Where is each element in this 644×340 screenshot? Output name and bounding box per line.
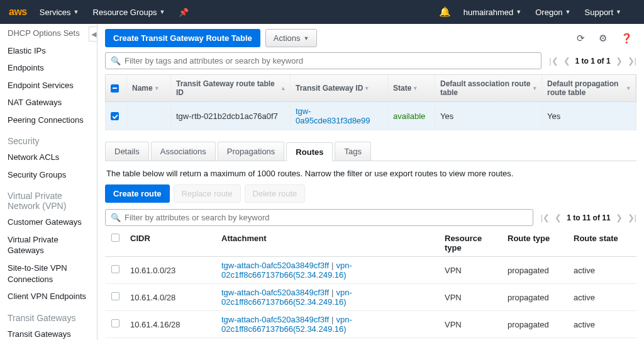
filter-input[interactable] <box>125 56 536 65</box>
filter-route-tables[interactable]: 🔍 <box>105 52 541 69</box>
pin-icon[interactable]: 📌 <box>179 8 189 17</box>
gear-icon[interactable]: ⚙ <box>596 30 609 47</box>
sidebar-group-vpn: Virtual Private Network (VPN) <box>0 183 97 213</box>
route-row[interactable]: 10.61.4.16/28tgw-attach-0afc520a3849cf3f… <box>105 311 636 338</box>
route-cidr: 10.61.0.0/23 <box>124 266 215 275</box>
route-cidr: 10.61.4.16/28 <box>124 320 215 329</box>
route-checkbox[interactable] <box>111 292 119 300</box>
sidebar-item[interactable]: Peering Connections <box>0 111 97 129</box>
sidebar-item[interactable]: Client VPN Endpoints <box>0 288 97 305</box>
attachment-link[interactable]: tgw-attach-0afc520a3849cf3ff <box>221 288 329 297</box>
route-resource-type: VPN <box>438 320 501 329</box>
chevron-down-icon: ▼ <box>159 9 165 15</box>
tab-associations[interactable]: Associations <box>151 142 216 161</box>
sidebar-item[interactable]: Endpoints <box>0 59 97 77</box>
delete-route-button: Delete route <box>245 184 306 203</box>
sidebar-group-tgw: Transit Gateways <box>0 305 97 326</box>
sort-icon[interactable]: ▾ <box>365 85 369 91</box>
route-table-header: Name▾ Transit Gateway route table ID▴ Tr… <box>105 74 636 102</box>
sidebar-item[interactable]: Elastic IPs <box>0 42 97 60</box>
chevron-down-icon: ▼ <box>616 9 621 15</box>
sidebar-item[interactable]: Site-to-Site VPN Connections <box>0 259 97 288</box>
select-all-routes-checkbox[interactable] <box>111 234 119 242</box>
route-type: propagated <box>501 266 567 275</box>
row-checkbox[interactable] <box>111 112 119 120</box>
routes-header: CIDR Attachment Resource type Route type… <box>105 230 636 257</box>
pager-prev-icon[interactable]: ❮ <box>555 213 562 222</box>
sidebar-item[interactable]: Security Groups <box>0 166 97 184</box>
route-type: propagated <box>501 293 567 302</box>
tgw-link[interactable]: tgw-0a95cde831f3d8e99 <box>296 106 382 125</box>
route-resource-type: VPN <box>438 293 501 302</box>
sidebar-item[interactable]: Customer Gateways <box>0 213 97 231</box>
pager-first-icon[interactable]: |❮ <box>541 213 550 222</box>
route-resource-type: VPN <box>438 266 501 275</box>
route-checkbox[interactable] <box>111 319 119 327</box>
route-row[interactable]: 10.61.4.0/28tgw-attach-0afc520a3849cf3ff… <box>105 284 636 311</box>
replace-route-button: Replace route <box>174 184 241 203</box>
route-type: propagated <box>501 320 567 329</box>
pager-last-icon[interactable]: ❯| <box>628 56 636 65</box>
sidebar: ◀ DHCP Options Sets Elastic IPsEndpoints… <box>0 24 97 340</box>
sidebar-item[interactable]: NAT Gateways <box>0 94 97 111</box>
pager-first-icon[interactable]: |❮ <box>549 56 558 65</box>
nav-services[interactable]: Services▼ <box>40 8 79 17</box>
attachment-link[interactable]: tgw-attach-0afc520a3849cf3ff <box>221 261 329 270</box>
filter-routes-input[interactable] <box>125 213 528 222</box>
nav-user[interactable]: humairahmed▼ <box>464 8 521 17</box>
tab-routes[interactable]: Routes <box>286 142 333 161</box>
pager-text: 1 to 11 of 11 <box>567 213 610 222</box>
sidebar-item[interactable]: Endpoint Services <box>0 77 97 94</box>
create-tgw-route-table-button[interactable]: Create Transit Gateway Route Table <box>105 29 260 47</box>
chevron-down-icon: ▼ <box>516 9 521 15</box>
pager-last-icon[interactable]: ❯| <box>628 213 636 222</box>
pager-route-tables: |❮ ❮ 1 to 1 of 1 ❯ ❯| <box>549 56 636 65</box>
top-nav: aws Services▼ Resource Groups▼ 📌 🔔 humai… <box>0 0 644 24</box>
route-state: active <box>567 266 630 275</box>
nav-resource-groups[interactable]: Resource Groups▼ <box>93 8 165 17</box>
route-row[interactable]: 10.61.0.0/23tgw-attach-0afc520a3849cf3ff… <box>105 257 636 284</box>
detail-tabs: Details Associations Propagations Routes… <box>105 142 636 161</box>
sidebar-item[interactable]: Network ACLs <box>0 149 97 166</box>
sort-icon[interactable]: ▾ <box>155 85 158 91</box>
route-state: active <box>567 293 630 302</box>
bell-icon[interactable]: 🔔 <box>439 6 451 18</box>
create-route-button[interactable]: Create route <box>105 184 170 203</box>
assoc-value: Yes <box>435 102 542 130</box>
pager-prev-icon[interactable]: ❮ <box>564 56 570 65</box>
nav-support[interactable]: Support▼ <box>585 8 621 17</box>
prop-value: Yes <box>542 102 636 130</box>
sidebar-item[interactable]: DHCP Options Sets <box>0 28 97 42</box>
sidebar-item[interactable]: Virtual Private Gateways <box>0 231 97 259</box>
sidebar-item[interactable]: Transit Gateways <box>0 326 97 340</box>
sort-icon[interactable]: ▾ <box>414 85 417 91</box>
sidebar-collapse-icon[interactable]: ◀ <box>89 26 97 42</box>
route-cidr: 10.61.4.0/28 <box>124 293 215 302</box>
pager-next-icon[interactable]: ❯ <box>616 56 623 65</box>
route-table-id: tgw-rtb-021b2dcb1ac76a0f7 <box>171 102 291 130</box>
search-icon: 🔍 <box>111 213 121 222</box>
select-all-checkbox[interactable] <box>111 84 119 93</box>
filter-routes[interactable]: 🔍 <box>105 209 533 226</box>
tab-propagations[interactable]: Propagations <box>218 142 285 161</box>
sort-icon[interactable]: ▾ <box>533 85 536 91</box>
actions-button[interactable]: Actions▼ <box>265 29 318 47</box>
sort-icon[interactable]: ▴ <box>282 85 285 91</box>
routes-note: The table below will return a maximum of… <box>105 161 636 184</box>
route-attachment: tgw-attach-0afc520a3849cf3ff|vpn-02c1ff8… <box>215 288 438 307</box>
chevron-down-icon: ▼ <box>74 9 79 15</box>
search-icon: 🔍 <box>111 56 121 65</box>
nav-region[interactable]: Oregon▼ <box>535 8 570 17</box>
sort-icon[interactable]: ▾ <box>627 85 630 91</box>
route-checkbox[interactable] <box>111 265 119 273</box>
sidebar-group-security: Security <box>0 128 97 149</box>
help-icon[interactable]: ❓ <box>618 30 635 47</box>
attachment-link[interactable]: tgw-attach-0afc520a3849cf3ff <box>221 315 329 324</box>
tab-details[interactable]: Details <box>105 142 149 161</box>
pager-next-icon[interactable]: ❯ <box>616 213 623 222</box>
tab-tags[interactable]: Tags <box>335 142 370 161</box>
route-table-row[interactable]: tgw-rtb-021b2dcb1ac76a0f7 tgw-0a95cde831… <box>105 102 636 130</box>
aws-logo[interactable]: aws <box>9 6 27 18</box>
refresh-icon[interactable]: ⟳ <box>574 30 587 47</box>
route-attachment: tgw-attach-0afc520a3849cf3ff|vpn-02c1ff8… <box>215 315 438 334</box>
